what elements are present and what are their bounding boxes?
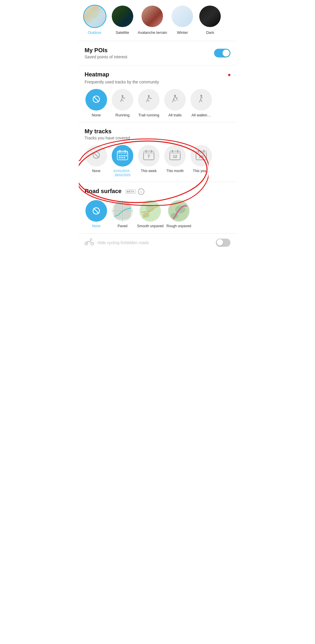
svg-line-9 bbox=[148, 97, 149, 99]
svg-line-1 bbox=[94, 97, 99, 102]
heatmap-trail-circle bbox=[138, 89, 160, 111]
track-alltime-label: 01/01/2015 - 28/02/2025 bbox=[113, 169, 132, 177]
svg-line-23 bbox=[199, 99, 201, 102]
my-tracks-title: My tracks bbox=[85, 128, 230, 135]
track-this-month[interactable]: 12 This month bbox=[163, 145, 187, 177]
cycling-toggle-knob bbox=[217, 239, 223, 246]
heatmap-all-trails[interactable]: All trails bbox=[163, 89, 187, 117]
svg-text:7: 7 bbox=[148, 154, 150, 159]
svg-point-8 bbox=[148, 95, 150, 97]
road-smooth-circle bbox=[139, 200, 161, 222]
svg-line-6 bbox=[123, 97, 124, 99]
track-week-label: This week bbox=[141, 169, 157, 174]
map-type-dark[interactable]: Dark bbox=[198, 5, 223, 35]
svg-rect-37 bbox=[126, 155, 127, 156]
track-alltime-circle bbox=[112, 145, 133, 167]
svg-line-58 bbox=[94, 208, 99, 214]
svg-rect-34 bbox=[120, 155, 122, 156]
all-trails-icon bbox=[170, 94, 180, 105]
svg-line-10 bbox=[146, 99, 148, 102]
track-all-time[interactable]: 01/01/2015 - 28/02/2025 bbox=[111, 145, 134, 177]
heatmap-running-circle bbox=[112, 89, 133, 111]
pois-toggle[interactable] bbox=[214, 49, 230, 57]
info-button[interactable]: i bbox=[138, 188, 144, 195]
svg-line-16 bbox=[172, 99, 174, 102]
svg-rect-43 bbox=[144, 151, 154, 154]
my-tracks-subtitle: Tracks you have covered bbox=[85, 136, 230, 140]
heatmap-subtitle: Frequently used tracks by the community bbox=[85, 80, 230, 84]
track-month-circle: 12 bbox=[164, 145, 186, 167]
heatmap-red-dot bbox=[228, 74, 230, 76]
track-this-week[interactable]: 7 This week bbox=[137, 145, 160, 177]
svg-line-4 bbox=[120, 99, 122, 102]
road-none-circle bbox=[85, 200, 107, 222]
svg-line-5 bbox=[122, 99, 123, 101]
heatmap-section: Heatmap Frequently used tracks by the co… bbox=[79, 65, 236, 122]
running-icon bbox=[118, 94, 127, 105]
track-none[interactable]: None bbox=[85, 145, 108, 177]
map-type-winter-label: Winter bbox=[177, 30, 188, 35]
track-this-year[interactable]: 365 This yea… bbox=[190, 145, 213, 177]
svg-line-19 bbox=[176, 98, 178, 98]
pois-section: My POIs Saved points of interest bbox=[79, 41, 236, 65]
svg-point-75 bbox=[92, 243, 93, 244]
map-type-avalanche-label: Avalanche terrain bbox=[138, 30, 167, 35]
svg-line-18 bbox=[175, 97, 176, 98]
calendar-7-icon: 7 bbox=[143, 150, 154, 162]
svg-line-25 bbox=[201, 97, 202, 98]
map-type-avalanche[interactable]: Avalanche terrain bbox=[138, 5, 167, 35]
map-type-satellite-label: Satellite bbox=[116, 30, 129, 35]
svg-line-3 bbox=[122, 97, 123, 99]
heatmap-none[interactable]: None bbox=[85, 89, 108, 117]
trail-running-icon bbox=[144, 94, 154, 105]
heatmap-all-walking[interactable]: All walkin… bbox=[190, 89, 213, 117]
svg-point-2 bbox=[122, 95, 123, 97]
svg-line-24 bbox=[201, 99, 202, 102]
map-type-outdoor[interactable]: Outdoor bbox=[82, 5, 107, 35]
outdoor-thumbnail bbox=[84, 6, 106, 27]
svg-line-20 bbox=[176, 98, 177, 101]
pois-toggle-knob bbox=[223, 50, 230, 57]
track-none-circle bbox=[85, 145, 107, 167]
svg-text:12: 12 bbox=[173, 154, 177, 159]
track-week-circle: 7 bbox=[138, 145, 160, 167]
dark-thumbnail bbox=[199, 6, 221, 27]
track-year-label: This yea… bbox=[193, 169, 209, 174]
heatmap-walking-label: All walkin… bbox=[191, 113, 211, 117]
svg-rect-53 bbox=[196, 151, 206, 154]
heatmap-running[interactable]: Running bbox=[111, 89, 134, 117]
heatmap-trail-label: Trail running bbox=[138, 113, 159, 117]
road-title-row: Road surface BETA i bbox=[85, 188, 230, 195]
hidden-icon bbox=[91, 94, 101, 105]
cycling-icon bbox=[85, 238, 94, 247]
my-tracks-section: My tracks Tracks you have covered None bbox=[79, 122, 236, 182]
heatmap-trail-running[interactable]: Trail running bbox=[137, 89, 160, 117]
map-type-winter-circle bbox=[171, 5, 194, 28]
map-types-row: Outdoor Satellite Avalanche terrain Wint… bbox=[82, 5, 233, 35]
cycling-toggle[interactable] bbox=[216, 239, 230, 247]
heatmap-icons-row: None Running bbox=[85, 89, 230, 122]
svg-rect-40 bbox=[122, 157, 123, 158]
road-title: Road surface bbox=[85, 188, 122, 195]
map-type-winter[interactable]: Winter bbox=[170, 5, 195, 35]
road-rough-unpaved[interactable]: Rough unpaved bbox=[167, 200, 191, 229]
road-paved[interactable]: Paved bbox=[111, 200, 134, 229]
calendar-all-icon bbox=[117, 150, 128, 162]
road-rough-label: Rough unpaved bbox=[167, 224, 191, 229]
road-paved-label: Paved bbox=[118, 224, 127, 229]
heatmap-walking-circle bbox=[190, 89, 212, 111]
pois-title: My POIs bbox=[85, 47, 127, 54]
road-none[interactable]: None bbox=[85, 200, 108, 229]
cycling-forbidden-row: Hide cycling forbidden roads bbox=[79, 234, 236, 252]
road-smooth-unpaved[interactable]: Smooth unpaved bbox=[137, 200, 164, 229]
map-type-satellite[interactable]: Satellite bbox=[110, 5, 135, 35]
svg-rect-36 bbox=[124, 155, 125, 156]
cycling-label: Hide cycling forbidden roads bbox=[97, 240, 212, 245]
svg-rect-48 bbox=[170, 151, 180, 154]
svg-rect-63 bbox=[123, 211, 131, 219]
road-smooth-label: Smooth unpaved bbox=[137, 224, 164, 229]
road-paved-circle bbox=[112, 200, 133, 222]
svg-rect-35 bbox=[122, 155, 123, 156]
map-type-dark-label: Dark bbox=[206, 30, 214, 35]
map-type-avalanche-circle bbox=[141, 5, 164, 28]
